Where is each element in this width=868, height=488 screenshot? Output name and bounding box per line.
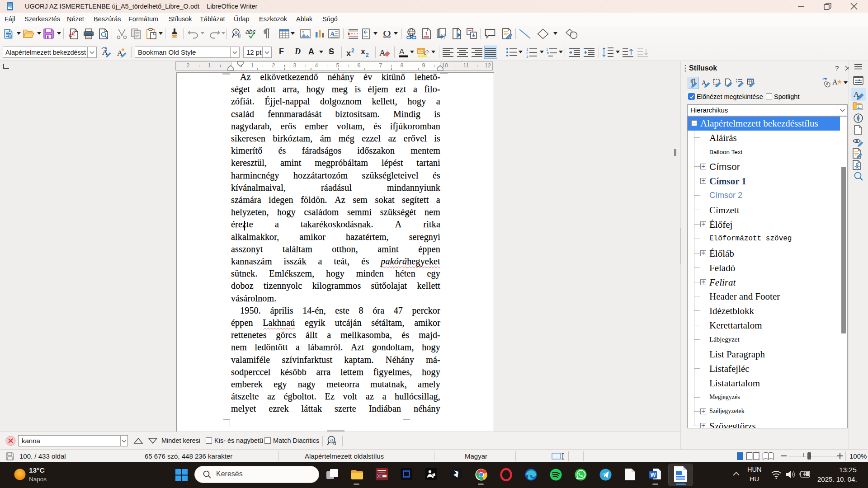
svg-text:ab: ab <box>418 48 424 54</box>
svg-text:A: A <box>832 78 838 86</box>
svg-text:x: x <box>346 49 351 58</box>
svg-text:d: d <box>333 441 336 446</box>
svg-text:2: 2 <box>351 47 354 54</box>
svg-text:3: 3 <box>526 55 528 59</box>
svg-text:A: A <box>399 47 405 56</box>
svg-text:d: d <box>238 33 241 38</box>
svg-text:W: W <box>651 471 656 478</box>
svg-text:x: x <box>361 47 365 56</box>
svg-text:A: A <box>379 48 386 57</box>
svg-text:1: 1 <box>425 30 428 37</box>
svg-text:[i]: [i] <box>441 33 445 39</box>
svg-text:a: a <box>235 29 237 35</box>
svg-text:1: 1 <box>546 47 548 52</box>
svg-text:A: A <box>330 30 335 38</box>
svg-text:2: 2 <box>366 52 369 58</box>
svg-text:abc: abc <box>245 28 256 35</box>
svg-text:Ω: Ω <box>383 28 391 40</box>
svg-text:a: a <box>330 437 333 442</box>
